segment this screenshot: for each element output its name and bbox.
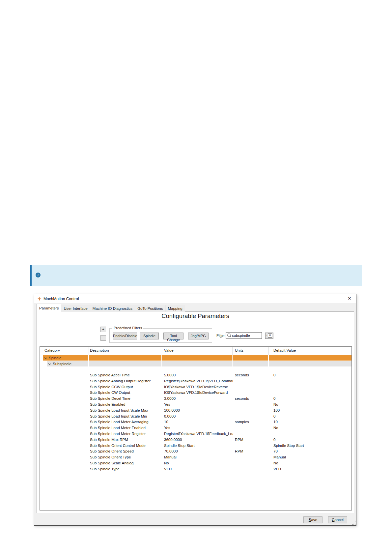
parameters-tab-page: Configurable Parameters + − Predefined F… <box>37 311 354 513</box>
clear-filter-arrow-icon: ‹ <box>266 334 267 337</box>
table-row[interactable]: Sub Spindle CW Output IO$Yaskawa VFD.1$I… <box>40 390 351 396</box>
cancel-button[interactable]: Cancel <box>328 516 347 523</box>
cell-value: 3600.0000 <box>162 437 233 443</box>
column-header-description[interactable]: Description <box>89 347 162 355</box>
cell-value: Manual <box>162 454 233 460</box>
tab-user-interface[interactable]: User Interface <box>61 305 90 312</box>
clear-filter-button[interactable]: ‹ ✕ <box>265 333 273 339</box>
cell-description: Sub Spindle Load Meter Averaging <box>89 419 162 425</box>
tool-change-filter-button[interactable]: Tool Change <box>163 333 183 339</box>
cell-units <box>233 390 269 396</box>
expand-all-button[interactable]: + <box>100 327 106 332</box>
window-title: MachMotion Control <box>43 297 79 301</box>
cell-default-value: 10 <box>269 419 351 425</box>
chevron-down-icon[interactable] <box>48 362 51 365</box>
collapse-all-button[interactable]: − <box>100 335 106 341</box>
cell-default-value: No <box>269 425 351 431</box>
table-row[interactable]: Sub Spindle Load Input Scale Min 0.0000 … <box>40 414 351 420</box>
cell-units <box>233 402 269 408</box>
app-logo-icon <box>37 297 42 301</box>
cell-value: IO$Yaskawa VFD.1$IoDeviceForward <box>162 390 233 396</box>
cell-description: Sub Spindle Load Meter Register <box>89 431 162 437</box>
tab-parameters[interactable]: Parameters <box>37 304 61 312</box>
cell-default-value: Manual <box>269 454 351 460</box>
documentation-page: i MachMotion Control ✕ Parameters User I… <box>0 0 392 555</box>
cell-value: 3.0000 <box>162 396 233 402</box>
table-row[interactable]: Sub Spindle Load Meter Enabled Yes No <box>40 425 351 431</box>
close-icon[interactable]: ✕ <box>347 296 352 302</box>
cell-default-value <box>269 384 351 390</box>
cell-value: IO$Yaskawa VFD.1$IoDeviceReverse <box>162 384 233 390</box>
table-row[interactable]: Sub Spindle Accel Time 5.0000 seconds 0 <box>40 372 351 378</box>
cell-default-value: 0 <box>269 414 351 420</box>
parameters-table: Category Description Value Units Default… <box>40 346 352 511</box>
cell-default-value: Spindle Stop Start <box>269 443 351 449</box>
resize-grip[interactable] <box>352 521 355 525</box>
table-row[interactable]: Sub Spindle Type VFD VFD <box>40 466 351 472</box>
cell-description: Sub Spindle Load Input Scale Max <box>89 408 162 414</box>
cell-description: Sub Spindle Accel Time <box>89 372 162 378</box>
cell-description: Sub Spindle Analog Output Register <box>89 378 162 384</box>
cell-default-value <box>269 390 351 396</box>
column-header-value[interactable]: Value <box>162 347 233 355</box>
cell-default-value: 0 <box>269 372 351 378</box>
table-row[interactable]: Sub Spindle Analog Output Register Regis… <box>40 378 351 384</box>
cell-value: 5.0000 <box>162 372 233 378</box>
cell-description: Sub Spindle Orient Control Mode <box>89 443 162 449</box>
cell-value: Register$Yaskawa VFD.1$Feedback_Load <box>162 431 233 437</box>
machmotion-control-window: MachMotion Control ✕ Parameters User Int… <box>34 294 356 526</box>
cell-description: Sub Spindle Load Input Scale Min <box>89 414 162 420</box>
cell-value: Yes <box>162 402 233 408</box>
table-row[interactable]: Sub Spindle Scale Analog No No <box>40 460 351 466</box>
cell-units: seconds <box>233 372 269 378</box>
table-row[interactable]: Sub Spindle Load Meter Register Register… <box>40 431 351 437</box>
cell-value: 0.0000 <box>162 414 233 420</box>
filter-label: Filter <box>216 334 225 337</box>
table-row[interactable]: Sub Spindle CCW Output IO$Yaskawa VFD.1$… <box>40 384 351 390</box>
cell-description: Sub Spindle Scale Analog <box>89 460 162 466</box>
cell-units <box>233 378 269 384</box>
tab-mapping[interactable]: Mapping <box>165 305 185 312</box>
table-row[interactable]: Sub Spindle Max RPM 3600.0000 RPM 0 <box>40 437 351 443</box>
tree-row-spindle[interactable]: Spindle <box>40 355 351 361</box>
table-row[interactable]: Sub Spindle Orient Type Manual Manual <box>40 454 351 460</box>
cell-value: 100.0000 <box>162 408 233 414</box>
cell-value: VFD <box>162 466 233 472</box>
save-button[interactable]: Save <box>303 516 322 523</box>
cell-units: RPM <box>233 449 269 454</box>
enable-disable-filter-button[interactable]: Enable/Disable <box>113 333 137 339</box>
cell-units <box>233 466 269 472</box>
cell-value: Spindle Stop Start <box>162 443 233 449</box>
tab-machine-io-diagnostics[interactable]: Machine IO Diagnostics <box>90 305 135 312</box>
cell-units: seconds <box>233 396 269 402</box>
cell-default-value: VFD <box>269 466 351 472</box>
table-rows: Sub Spindle Accel Time 5.0000 seconds 0 … <box>40 367 351 472</box>
clear-filter-x-icon: ✕ <box>268 334 272 338</box>
jog-mpg-filter-button[interactable]: Jog/MPG <box>188 333 209 339</box>
table-row[interactable]: Sub Spindle Orient Speed 70.0000 RPM 70 <box>40 449 351 454</box>
cell-units <box>233 443 269 449</box>
chevron-down-icon[interactable] <box>44 356 47 359</box>
cell-description: Sub Spindle Type <box>89 466 162 472</box>
table-row[interactable]: Sub Spindle Decel Time 3.0000 seconds 0 <box>40 396 351 402</box>
spindle-filter-button[interactable]: Spindle <box>140 333 159 339</box>
column-header-default-value[interactable]: Default Value <box>269 347 351 355</box>
info-icon: i <box>36 273 41 278</box>
table-row[interactable]: Sub Spindle Enabled Yes No <box>40 402 351 408</box>
column-header-units[interactable]: Units <box>233 347 269 355</box>
cell-units: samples <box>233 419 269 425</box>
cell-description: Sub Spindle Load Meter Enabled <box>89 425 162 431</box>
table-row[interactable]: Sub Spindle Load Meter Averaging 10 samp… <box>40 419 351 425</box>
table-row[interactable]: Sub Spindle Orient Control Mode Spindle … <box>40 443 351 449</box>
cell-units <box>233 384 269 390</box>
column-header-category[interactable]: Category <box>40 347 89 355</box>
tab-goto-positions[interactable]: GoTo Positions <box>135 305 165 312</box>
cell-default-value: 70 <box>269 449 351 454</box>
cell-default-value: 0 <box>269 437 351 443</box>
table-row[interactable]: Sub Spindle Load Input Scale Max 100.000… <box>40 408 351 414</box>
filter-search-input[interactable]: subspindle <box>226 332 262 339</box>
cell-units: RPM <box>233 437 269 443</box>
cell-default-value: No <box>269 402 351 408</box>
predefined-filters-label: Predefined Filters <box>112 326 143 330</box>
tree-row-subspindle[interactable]: Subspindle <box>40 361 351 366</box>
